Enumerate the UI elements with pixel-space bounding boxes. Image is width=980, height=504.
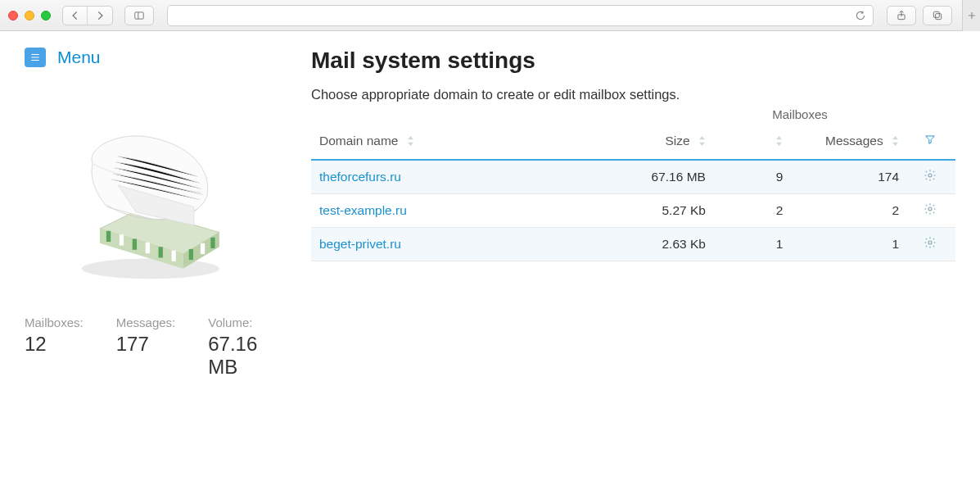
cell-messages: 2	[788, 193, 904, 227]
plus-icon	[966, 10, 978, 21]
cell-size: 5.27 Kb	[594, 193, 711, 227]
cell-messages: 1	[788, 227, 904, 261]
tabs-button[interactable]	[923, 6, 952, 25]
sort-icon	[775, 134, 783, 149]
page-title: Mail system settings	[311, 48, 955, 74]
gear-icon	[924, 202, 937, 216]
reload-icon[interactable]	[855, 10, 866, 21]
domain-link[interactable]: theforcefurs.ru	[319, 170, 401, 184]
address-bar[interactable]	[167, 5, 874, 26]
row-settings-button[interactable]	[924, 204, 937, 218]
row-settings-button[interactable]	[924, 170, 937, 184]
share-button[interactable]	[887, 6, 916, 25]
minimize-window-button[interactable]	[25, 11, 34, 20]
zoom-window-button[interactable]	[41, 11, 51, 20]
svg-rect-4	[936, 13, 942, 19]
svg-point-16	[928, 207, 932, 211]
main-content: Mail system settings Choose appropriate …	[311, 48, 955, 379]
cell-count: 1	[711, 227, 788, 261]
forward-button[interactable]	[88, 7, 112, 25]
summary-stats: Mailboxes: 12 Messages: 177 Volume: 67.1…	[25, 316, 262, 379]
cell-size: 2.63 Kb	[594, 227, 711, 261]
browser-chrome	[0, 0, 980, 31]
cell-size: 67.16 MB	[594, 160, 711, 194]
page-subtitle: Choose appropriate domain to create or e…	[311, 87, 955, 102]
sort-icon	[407, 134, 414, 149]
domain-link[interactable]: beget-privet.ru	[319, 237, 401, 251]
sidebar-icon	[133, 10, 145, 21]
cell-count: 2	[711, 193, 788, 227]
col-mailbox-count[interactable]	[711, 125, 788, 160]
menu-label: Menu	[57, 48, 101, 67]
tabs-icon	[932, 10, 943, 21]
stat-volume: Volume: 67.16 MB	[208, 316, 262, 379]
col-domain[interactable]: Domain name	[311, 125, 594, 160]
sidebar: Menu	[25, 48, 262, 379]
domain-link[interactable]: test-example.ru	[319, 203, 407, 217]
chevron-left-icon	[70, 10, 81, 21]
stat-messages: Messages: 177	[116, 316, 176, 379]
sidebar-toggle[interactable]	[124, 6, 154, 25]
svg-rect-0	[135, 11, 144, 18]
stat-mailboxes: Mailboxes: 12	[25, 316, 84, 379]
table-row: test-example.ru 5.27 Kb 2 2	[311, 193, 955, 227]
menu-button[interactable]: Menu	[25, 48, 262, 67]
chevron-right-icon	[94, 10, 106, 21]
domains-table: Domain name Size	[311, 125, 955, 261]
sort-icon	[892, 134, 899, 149]
row-settings-button[interactable]	[924, 238, 937, 252]
col-size[interactable]: Size	[594, 125, 711, 160]
new-tab-button[interactable]	[962, 0, 980, 31]
table-row: beget-privet.ru 2.63 Kb 1 1	[311, 227, 955, 261]
column-group-label: Mailboxes	[710, 107, 890, 121]
svg-point-15	[928, 174, 932, 177]
svg-rect-3	[933, 11, 939, 17]
cell-count: 9	[711, 160, 788, 194]
nav-buttons	[62, 6, 113, 25]
gear-icon	[924, 169, 937, 182]
col-messages[interactable]: Messages	[788, 125, 904, 160]
share-icon	[896, 10, 907, 21]
envelope-icon	[49, 116, 237, 283]
back-button[interactable]	[63, 7, 88, 25]
hamburger-icon	[25, 48, 46, 67]
table-row: theforcefurs.ru 67.16 MB 9 174	[311, 160, 955, 194]
close-window-button[interactable]	[8, 11, 18, 20]
svg-point-5	[82, 258, 219, 279]
window-controls	[8, 11, 51, 20]
sort-icon	[698, 134, 706, 149]
col-filter[interactable]	[904, 125, 955, 160]
gear-icon	[924, 236, 937, 249]
cell-messages: 174	[788, 160, 904, 194]
filter-icon	[924, 134, 936, 148]
svg-point-17	[928, 241, 932, 244]
envelope-illustration	[25, 116, 262, 283]
